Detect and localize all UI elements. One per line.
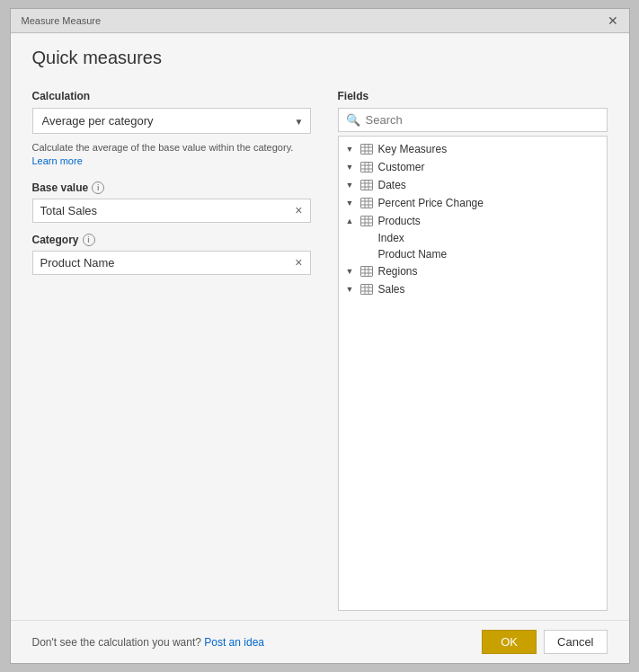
footer-buttons: OK Cancel [482, 630, 607, 654]
field-name-dates: Dates [378, 179, 406, 191]
left-panel: Calculation Average per category ▼ Calcu… [32, 90, 311, 611]
ok-button[interactable]: OK [482, 630, 537, 654]
field-item-sales[interactable]: ▼ Sales [339, 280, 607, 298]
calculation-section: Calculation Average per category ▼ Calcu… [32, 90, 311, 169]
title-bar: Measure Measure ✕ [11, 9, 629, 33]
svg-rect-20 [360, 217, 372, 226]
base-value-value: Total Sales [40, 204, 296, 217]
base-value-input-box: Total Sales × [32, 199, 311, 223]
base-value-section: Base value i Total Sales × [32, 181, 311, 223]
field-item-products[interactable]: ▲ Products [339, 212, 607, 230]
help-text: Calculate the average of the base value … [32, 141, 311, 169]
chevron-down-icon: ▼ [346, 163, 355, 172]
svg-rect-10 [360, 181, 372, 190]
close-button[interactable]: ✕ [608, 14, 618, 27]
svg-rect-30 [360, 285, 372, 295]
fields-label: Fields [338, 90, 608, 102]
field-item-regions[interactable]: ▼ Regions [339, 262, 607, 280]
category-clear-button[interactable]: × [295, 256, 302, 269]
field-item-customer[interactable]: ▼ Customer [339, 158, 607, 176]
category-info-icon[interactable]: i [83, 234, 95, 246]
field-name-percent-price-change: Percent Price Change [378, 197, 484, 209]
dialog-body: Calculation Average per category ▼ Calcu… [11, 72, 629, 620]
table-icon [359, 265, 374, 278]
chevron-down-icon: ▼ [346, 181, 355, 190]
svg-rect-5 [360, 163, 372, 172]
table-icon [359, 179, 374, 191]
quick-measures-dialog: Measure Measure ✕ Quick measures Calcula… [10, 8, 630, 664]
chevron-down-icon: ▼ [346, 267, 355, 276]
svg-rect-15 [360, 199, 372, 208]
svg-rect-0 [360, 145, 372, 155]
field-item-percent-price-change[interactable]: ▼ Percent Price Change [339, 194, 607, 212]
footer-text: Don't see the calculation you want? Post… [32, 636, 264, 649]
field-child-product-name[interactable]: Product Name [339, 246, 607, 262]
search-box: 🔍 [338, 108, 608, 132]
category-label-row: Category i [32, 234, 311, 246]
field-name-regions: Regions [378, 265, 418, 278]
chevron-down-icon: ▼ [346, 285, 355, 294]
category-label: Category [32, 234, 79, 246]
learn-more-link[interactable]: Learn more [32, 155, 83, 166]
chevron-down-icon: ▼ [346, 199, 355, 208]
dialog-footer: Don't see the calculation you want? Post… [11, 620, 629, 663]
base-value-info-icon[interactable]: i [92, 181, 104, 194]
calculation-label: Calculation [32, 90, 311, 102]
table-icon [359, 215, 374, 227]
field-name-customer: Customer [378, 161, 425, 173]
field-name-key-measures: Key Measures [378, 143, 448, 155]
calculation-select-wrapper: Average per category ▼ [32, 108, 311, 134]
category-input-box: Product Name × [32, 251, 311, 275]
base-value-label-row: Base value i [32, 181, 311, 194]
right-panel: Fields 🔍 ▼ [338, 90, 608, 611]
table-icon [359, 161, 374, 173]
calculation-select[interactable]: Average per category [32, 108, 311, 134]
fields-list: ▼ Key Measures ▼ [338, 136, 608, 611]
field-name-sales: Sales [378, 283, 405, 296]
field-name-products: Products [378, 215, 421, 227]
svg-rect-25 [360, 267, 372, 277]
search-icon: 🔍 [346, 113, 360, 127]
category-section: Category i Product Name × [32, 234, 311, 275]
field-item-key-measures[interactable]: ▼ Key Measures [339, 140, 607, 158]
table-icon [359, 143, 374, 155]
field-child-index[interactable]: Index [339, 230, 607, 246]
base-value-clear-button[interactable]: × [295, 204, 302, 217]
base-value-label: Base value [32, 181, 89, 194]
chevron-down-icon: ▼ [346, 145, 355, 154]
chevron-up-icon: ▲ [346, 217, 355, 225]
search-input[interactable] [366, 113, 599, 127]
cancel-button[interactable]: Cancel [544, 630, 607, 654]
field-item-dates[interactable]: ▼ Dates [339, 176, 607, 194]
dialog-title: Quick measures [11, 33, 629, 72]
table-icon [359, 283, 374, 296]
window-title: Measure Measure [22, 15, 102, 26]
table-icon [359, 197, 374, 209]
category-value: Product Name [40, 256, 296, 270]
post-idea-link[interactable]: Post an idea [204, 636, 264, 649]
